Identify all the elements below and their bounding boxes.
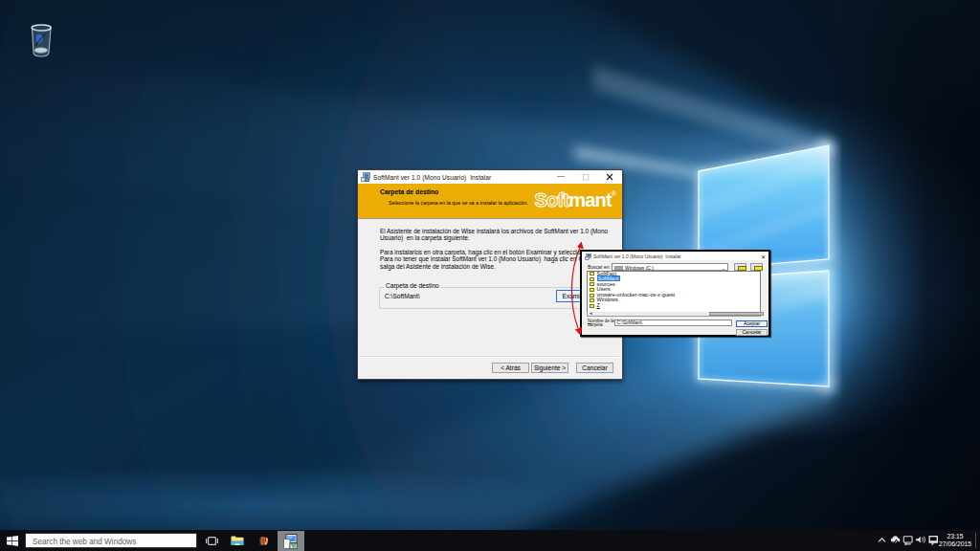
svg-text:x: x <box>904 541 907 546</box>
